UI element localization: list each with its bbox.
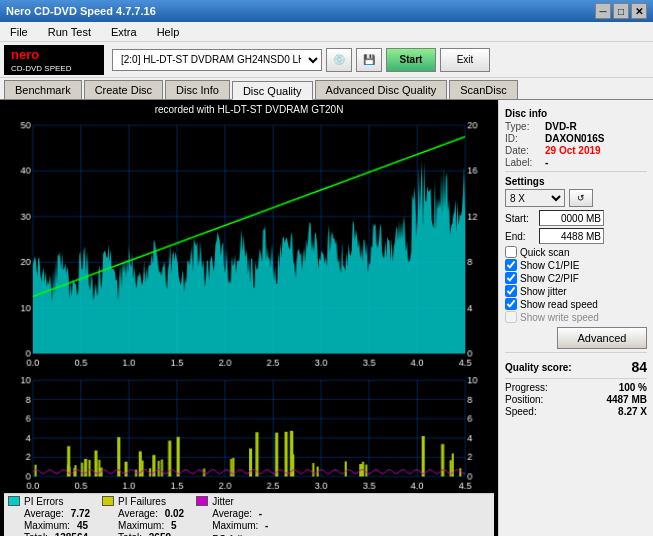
drive-select[interactable]: [2:0] HL-DT-ST DVDRAM GH24NSD0 LH00 [112, 49, 322, 71]
end-field[interactable] [539, 228, 604, 244]
id-value: DAXON016S [545, 133, 604, 144]
pi-failures-color [102, 496, 114, 506]
pi-errors-total-value: 138564 [55, 532, 88, 536]
pi-failures-total-label: Total: [118, 532, 142, 536]
quality-score-label: Quality score: [505, 362, 572, 373]
sub-chart [4, 374, 494, 492]
divider2 [505, 352, 647, 353]
svg-text:CD-DVD SPEED: CD-DVD SPEED [11, 64, 72, 73]
end-field-label: End: [505, 231, 535, 242]
tab-create-disc[interactable]: Create Disc [84, 80, 163, 99]
speed-label: Speed: [505, 406, 537, 417]
position-value: 4487 MB [606, 394, 647, 405]
legend-pi-failures: PI Failures Average: 0.02 Maximum: 5 Tot… [102, 496, 184, 536]
speed-value: 8.27 X [618, 406, 647, 417]
exit-button[interactable]: Exit [440, 48, 490, 72]
quality-score-value: 84 [631, 359, 647, 375]
show-c1pie-label: Show C1/PIE [520, 260, 579, 271]
close-button[interactable]: ✕ [631, 3, 647, 19]
titlebar: Nero CD-DVD Speed 4.7.7.16 ─ □ ✕ [0, 0, 653, 22]
title-text: Nero CD-DVD Speed 4.7.7.16 [6, 5, 156, 17]
id-label: ID: [505, 133, 543, 144]
start-button[interactable]: Start [386, 48, 436, 72]
disc-label-label: Label: [505, 157, 543, 168]
logo: nero CD-DVD SPEED [4, 45, 104, 75]
pi-failures-max-value: 5 [171, 520, 177, 531]
info-panel: Disc info Type: DVD-R ID: DAXON016S Date… [498, 100, 653, 536]
progress-value: 100 % [619, 382, 647, 393]
pi-failures-total-value: 2659 [149, 532, 171, 536]
save-button[interactable]: 💾 [356, 48, 382, 72]
chart-area: recorded with HL-DT-ST DVDRAM GT20N PI E… [0, 100, 498, 536]
start-field-label: Start: [505, 213, 535, 224]
show-c1pie-checkbox[interactable] [505, 259, 517, 271]
pi-failures-avg-value: 0.02 [165, 508, 184, 519]
tab-benchmark[interactable]: Benchmark [4, 80, 82, 99]
tab-disc-quality[interactable]: Disc Quality [232, 81, 313, 100]
menu-runtest[interactable]: Run Test [42, 24, 97, 40]
toolbar: nero CD-DVD SPEED [2:0] HL-DT-ST DVDRAM … [0, 42, 653, 78]
disc-icon-button[interactable]: 💿 [326, 48, 352, 72]
divider1 [505, 171, 647, 172]
legend-jitter: Jitter Average: - Maximum: - PO failures… [196, 496, 272, 536]
show-read-speed-checkbox[interactable] [505, 298, 517, 310]
show-jitter-label: Show jitter [520, 286, 567, 297]
minimize-button[interactable]: ─ [595, 3, 611, 19]
show-jitter-checkbox[interactable] [505, 285, 517, 297]
show-c2pif-checkbox[interactable] [505, 272, 517, 284]
main-chart [4, 117, 494, 374]
svg-text:nero: nero [11, 47, 39, 62]
pi-errors-avg-value: 7.72 [71, 508, 90, 519]
disc-info-title: Disc info [505, 108, 647, 119]
tab-scandisc[interactable]: ScanDisc [449, 80, 517, 99]
disc-label-value: - [545, 157, 548, 168]
pi-failures-label: PI Failures [118, 496, 166, 507]
jitter-color [196, 496, 208, 506]
tab-advanced-disc-quality[interactable]: Advanced Disc Quality [315, 80, 448, 99]
pi-errors-total-label: Total: [24, 532, 48, 536]
progress-label: Progress: [505, 382, 548, 393]
chart-title: recorded with HL-DT-ST DVDRAM GT20N [4, 104, 494, 115]
show-write-speed-label: Show write speed [520, 312, 599, 323]
tab-disc-info[interactable]: Disc Info [165, 80, 230, 99]
pi-errors-color [8, 496, 20, 506]
start-field[interactable] [539, 210, 604, 226]
quick-scan-checkbox[interactable] [505, 246, 517, 258]
menubar: File Run Test Extra Help [0, 22, 653, 42]
show-c2pif-label: Show C2/PIF [520, 273, 579, 284]
quick-scan-label: Quick scan [520, 247, 569, 258]
menu-file[interactable]: File [4, 24, 34, 40]
menu-extra[interactable]: Extra [105, 24, 143, 40]
window-controls: ─ □ ✕ [595, 3, 647, 19]
tabs: Benchmark Create Disc Disc Info Disc Qua… [0, 78, 653, 100]
maximize-button[interactable]: □ [613, 3, 629, 19]
settings-refresh-button[interactable]: ↺ [569, 189, 593, 207]
jitter-avg-label: Average: [212, 508, 252, 519]
date-label: Date: [505, 145, 543, 156]
pi-failures-avg-label: Average: [118, 508, 158, 519]
type-label: Type: [505, 121, 543, 132]
legend-pi-errors: PI Errors Average: 7.72 Maximum: 45 Tota… [8, 496, 90, 536]
pi-errors-max-label: Maximum: [24, 520, 70, 531]
divider3 [505, 378, 647, 379]
settings-title: Settings [505, 176, 647, 187]
type-value: DVD-R [545, 121, 577, 132]
pi-errors-max-value: 45 [77, 520, 88, 531]
pi-errors-avg-label: Average: [24, 508, 64, 519]
speed-select[interactable]: 8 X [505, 189, 565, 207]
show-read-speed-label: Show read speed [520, 299, 598, 310]
legend-area: PI Errors Average: 7.72 Maximum: 45 Tota… [4, 493, 494, 536]
pi-errors-label: PI Errors [24, 496, 63, 507]
jitter-max-label: Maximum: [212, 520, 258, 531]
advanced-button[interactable]: Advanced [557, 327, 647, 349]
date-value: 29 Oct 2019 [545, 145, 601, 156]
position-label: Position: [505, 394, 543, 405]
pi-failures-max-label: Maximum: [118, 520, 164, 531]
jitter-max-value: - [265, 520, 268, 531]
menu-help[interactable]: Help [151, 24, 186, 40]
jitter-avg-value: - [259, 508, 262, 519]
main-content: recorded with HL-DT-ST DVDRAM GT20N PI E… [0, 100, 653, 536]
jitter-label: Jitter [212, 496, 234, 507]
show-write-speed-checkbox[interactable] [505, 311, 517, 323]
